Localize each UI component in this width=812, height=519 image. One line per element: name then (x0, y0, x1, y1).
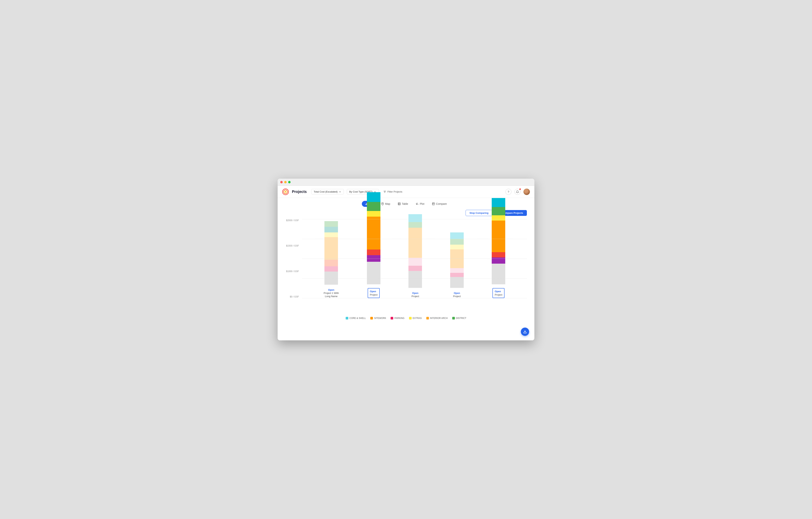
legend-label-sitework: SITEWORK (374, 317, 386, 320)
map-icon (381, 202, 384, 206)
y-label-2000: $2000 / GSF (285, 219, 301, 222)
svg-rect-10 (398, 203, 400, 205)
legend-core-shell: CORE & SHELL (346, 317, 366, 320)
stop-comparing-button[interactable]: Stop Comparing (466, 210, 492, 216)
help-button[interactable]: ? (505, 189, 512, 195)
bell-icon (516, 190, 519, 193)
compare-icon (432, 202, 435, 206)
legend-color-interior-arch (426, 317, 429, 320)
avatar[interactable] (523, 189, 530, 195)
notification-badge (519, 188, 521, 190)
svg-point-15 (417, 203, 417, 203)
notifications-wrapper (515, 189, 520, 195)
legend-color-sitework (370, 317, 373, 320)
legend-color-district (452, 317, 455, 320)
bar-segment (492, 198, 505, 207)
legend-label-core-shell: CORE & SHELL (349, 317, 366, 320)
bar-segment (367, 192, 380, 202)
legend-parking: PARKING (390, 317, 404, 320)
grid-line-top (302, 219, 527, 219)
app-logo (282, 188, 289, 195)
bar-segment (367, 211, 380, 217)
y-label-0: $0 / GSF (285, 295, 301, 298)
table-icon (398, 202, 401, 206)
plot-icon (415, 202, 418, 206)
header-right: ? (505, 189, 530, 195)
filter-projects-button[interactable]: Filter Projects (382, 189, 404, 194)
svg-rect-6 (366, 204, 366, 205)
chart-inner: Open Project 1 WithLong Name (302, 219, 527, 313)
legend-label-extras: EXTRAS (413, 317, 422, 320)
avatar-image (523, 189, 530, 195)
legend-color-core-shell (346, 317, 348, 320)
bar-segment (492, 207, 505, 215)
svg-point-14 (416, 203, 417, 204)
grid-line-1000 (302, 258, 527, 259)
legend-label-district: DISTRICT (456, 317, 466, 320)
main-window: Projects Total Cost (Escalated) By Cost … (278, 179, 534, 340)
download-button[interactable] (521, 328, 529, 336)
tab-table[interactable]: Table (394, 201, 411, 207)
filter-icon (383, 190, 386, 193)
close-dot[interactable] (280, 181, 283, 183)
legend-extras: EXTRAS (409, 317, 422, 320)
app-header: Projects Total Cost (Escalated) By Cost … (278, 186, 534, 198)
legend-district: DISTRICT (452, 317, 466, 320)
svg-point-9 (382, 203, 383, 204)
legend-color-parking (390, 317, 393, 320)
bar-segment (367, 202, 380, 211)
legend-interior-arch: INTERIOR ARCH (426, 317, 448, 320)
cost-type-dropdown[interactable]: Total Cost (Escalated) (311, 189, 344, 194)
grid-lines (302, 219, 527, 298)
svg-point-17 (416, 204, 417, 205)
chevron-down-icon (339, 190, 341, 193)
tab-plot[interactable]: Plot (412, 201, 428, 207)
chart-area: $2000 / GSF $1500 / GSF $1000 / GSF $0 /… (278, 219, 534, 313)
legend-label-interior-arch: INTERIOR ARCH (430, 317, 448, 320)
y-label-1500: $1500 / GSF (285, 244, 301, 247)
chart-legend: CORE & SHELL SITEWORK PARKING EXTRAS INT… (278, 313, 534, 323)
legend-color-extras (409, 317, 412, 320)
legend-label-parking: PARKING (394, 317, 404, 320)
app-title: Projects (292, 190, 307, 194)
y-axis: $2000 / GSF $1500 / GSF $1000 / GSF $0 /… (285, 219, 301, 298)
legend-sitework: SITEWORK (370, 317, 386, 320)
svg-point-2 (285, 191, 286, 193)
y-label-1000: $1000 / GSF (285, 270, 301, 273)
tab-compare[interactable]: Compare (429, 201, 451, 207)
maximize-dot[interactable] (288, 181, 291, 183)
minimize-dot[interactable] (284, 181, 287, 183)
titlebar (278, 179, 534, 186)
svg-point-16 (418, 204, 418, 204)
grid-line-0 (302, 298, 527, 298)
download-icon (523, 330, 527, 334)
